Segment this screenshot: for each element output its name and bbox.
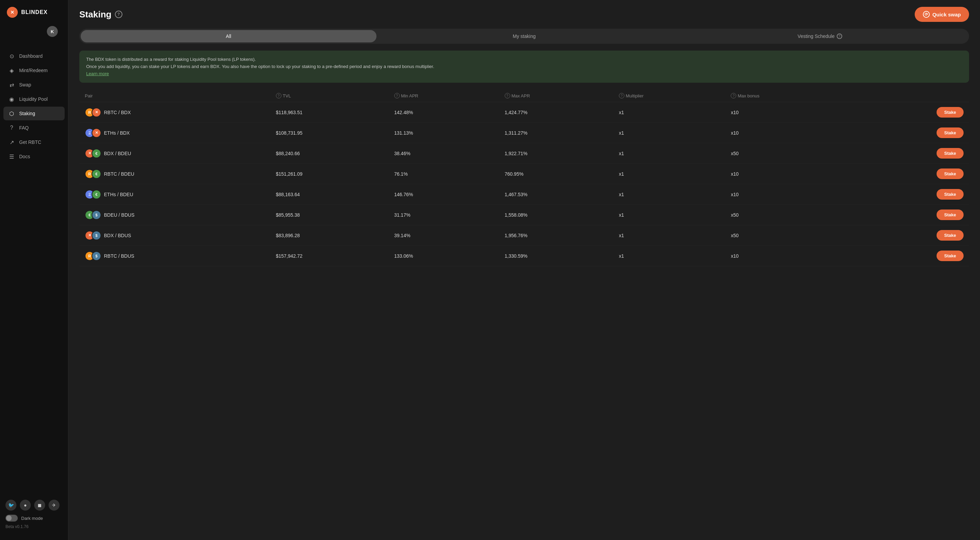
cell-pair-7: R $ RBTC / BDUS — [80, 246, 270, 266]
cell-action-0: Stake — [850, 102, 969, 123]
stake-button-4[interactable]: Stake — [937, 189, 964, 200]
pair-label-2: BDX / BDEU — [104, 151, 131, 156]
min-apr-info-icon[interactable]: ? — [394, 93, 400, 98]
cell-pair-0: R ✕ RBTC / BDX — [80, 102, 270, 123]
pair-label-5: BDEU / BDUS — [104, 212, 134, 218]
stake-button-2[interactable]: Stake — [937, 148, 964, 159]
cell-tvl-0: $118,963.51 — [270, 102, 389, 123]
sidebar-item-dashboard[interactable]: ⊙ Dashboard — [3, 49, 65, 63]
stake-button-7[interactable]: Stake — [937, 251, 964, 261]
cell-action-6: Stake — [850, 225, 969, 246]
coin2-icon-5: $ — [92, 210, 101, 220]
sidebar-item-docs[interactable]: ☰ Docs — [3, 150, 65, 164]
staking-table: Pair ? TVL ? Min APR — [80, 89, 969, 266]
dark-mode-row: Dark mode — [0, 515, 68, 524]
vesting-info-icon[interactable]: ? — [837, 33, 842, 39]
col-max-apr: ? Max APR — [499, 89, 613, 102]
stake-button-3[interactable]: Stake — [937, 168, 964, 179]
col-multiplier: ? Multiplier — [613, 89, 725, 102]
stake-button-5[interactable]: Stake — [937, 210, 964, 220]
mint-icon: ◈ — [8, 67, 15, 74]
col-action — [850, 89, 969, 102]
max-bonus-info-icon[interactable]: ? — [731, 93, 736, 98]
cell-max-bonus-4: x10 — [725, 184, 850, 205]
cell-min-apr-3: 76.1% — [389, 164, 499, 184]
cell-max-bonus-7: x10 — [725, 246, 850, 266]
cell-tvl-2: $88,240.66 — [270, 143, 389, 164]
sidebar-nav: ⊙ Dashboard ◈ Mint/Redeem ⇄ Swap ◉ Liqui… — [0, 49, 68, 275]
sidebar: ✕ BLINDEX K ⊙ Dashboard ◈ Mint/Redeem ⇄ … — [0, 0, 68, 540]
cell-pair-4: Ξ € ETHs / BDEU — [80, 184, 270, 205]
tab-my-staking[interactable]: My staking — [377, 30, 672, 42]
cell-max-bonus-3: x10 — [725, 164, 850, 184]
sidebar-item-label: Dashboard — [19, 53, 43, 59]
table-row: R ✕ RBTC / BDX $118,963.51 142.48% 1,424… — [80, 102, 969, 123]
cell-multiplier-5: x1 — [613, 205, 725, 225]
cell-max-bonus-2: x50 — [725, 143, 850, 164]
page-title: Staking ? — [80, 9, 123, 20]
cell-tvl-4: $88,163.64 — [270, 184, 389, 205]
cell-max-apr-6: 1,956.76% — [499, 225, 613, 246]
table-row: R $ RBTC / BDUS $157,942.72 133.06% 1,33… — [80, 246, 969, 266]
table-row: Ξ ✕ ETHs / BDX $108,731.95 131.13% 1,311… — [80, 123, 969, 143]
stake-button-6[interactable]: Stake — [937, 230, 964, 241]
coin2-icon-1: ✕ — [92, 128, 101, 138]
twitter-icon[interactable]: 🐦 — [5, 500, 16, 511]
coin2-icon-4: € — [92, 190, 101, 199]
liquidity-icon: ◉ — [8, 96, 15, 103]
swap-icon: ⇄ — [8, 81, 15, 88]
stake-button-0[interactable]: Stake — [937, 107, 964, 118]
quick-swap-label: Quick swap — [932, 12, 961, 17]
info-line2: Once you add liquidity, you can stake yo… — [86, 63, 962, 70]
telegram-icon[interactable]: ✈ — [49, 500, 59, 511]
table-row: € $ BDEU / BDUS $85,955.38 31.17% 1,558.… — [80, 205, 969, 225]
sidebar-item-label: Docs — [19, 154, 30, 159]
tab-vesting-schedule-label: Vesting Schedule — [798, 33, 835, 39]
cell-max-bonus-5: x50 — [725, 205, 850, 225]
learn-more-link[interactable]: Learn more — [86, 71, 109, 76]
dark-mode-toggle[interactable] — [5, 515, 18, 521]
sidebar-item-mint-redeem[interactable]: ◈ Mint/Redeem — [3, 64, 65, 77]
cell-multiplier-6: x1 — [613, 225, 725, 246]
tab-vesting-schedule[interactable]: Vesting Schedule ? — [672, 30, 968, 42]
sidebar-item-label: Liquidity Pool — [19, 96, 48, 102]
coin2-icon-0: ✕ — [92, 108, 101, 117]
stake-button-1[interactable]: Stake — [937, 127, 964, 138]
tab-all[interactable]: All — [81, 30, 377, 42]
staking-table-container: Pair ? TVL ? Min APR — [68, 89, 980, 540]
sidebar-item-staking[interactable]: ⬡ Staking — [3, 106, 65, 120]
coin2-icon-3: € — [92, 169, 101, 179]
max-apr-info-icon[interactable]: ? — [505, 93, 510, 98]
cell-action-5: Stake — [850, 205, 969, 225]
cell-action-4: Stake — [850, 184, 969, 205]
user-avatar[interactable]: K — [47, 26, 58, 37]
sidebar-item-swap[interactable]: ⇄ Swap — [3, 78, 65, 92]
github-icon[interactable]: ◼ — [34, 500, 45, 511]
cell-tvl-3: $151,261.09 — [270, 164, 389, 184]
coin2-icon-2: € — [92, 149, 101, 158]
cell-action-2: Stake — [850, 143, 969, 164]
pair-label-4: ETHs / BDEU — [104, 192, 134, 197]
col-max-bonus: ? Max bonus — [725, 89, 850, 102]
sidebar-item-faq[interactable]: ? FAQ — [3, 121, 65, 135]
get-rbtc-icon: ↗ — [8, 139, 15, 146]
quick-swap-button[interactable]: ⟳ Quick swap — [915, 7, 969, 22]
sidebar-item-get-rbtc[interactable]: ↗ Get RBTC — [3, 135, 65, 149]
cell-pair-3: R € RBTC / BDEU — [80, 164, 270, 184]
col-pair: Pair — [80, 89, 270, 102]
multiplier-info-icon[interactable]: ? — [619, 93, 624, 98]
pair-label-0: RBTC / BDX — [104, 110, 131, 115]
cell-max-apr-3: 760.95% — [499, 164, 613, 184]
tvl-info-icon[interactable]: ? — [276, 93, 282, 98]
cell-max-apr-1: 1,311.27% — [499, 123, 613, 143]
cell-tvl-1: $108,731.95 — [270, 123, 389, 143]
discord-icon[interactable]: ● — [20, 500, 31, 511]
pair-label-7: RBTC / BDUS — [104, 253, 134, 259]
info-banner: The BDX token is distributed as a reward… — [80, 51, 969, 83]
page-info-icon[interactable]: ? — [115, 11, 123, 18]
cell-multiplier-1: x1 — [613, 123, 725, 143]
sidebar-item-liquidity-pool[interactable]: ◉ Liquidity Pool — [3, 92, 65, 106]
cell-pair-2: ✕ € BDX / BDEU — [80, 143, 270, 164]
cell-min-apr-5: 31.17% — [389, 205, 499, 225]
cell-multiplier-7: x1 — [613, 246, 725, 266]
